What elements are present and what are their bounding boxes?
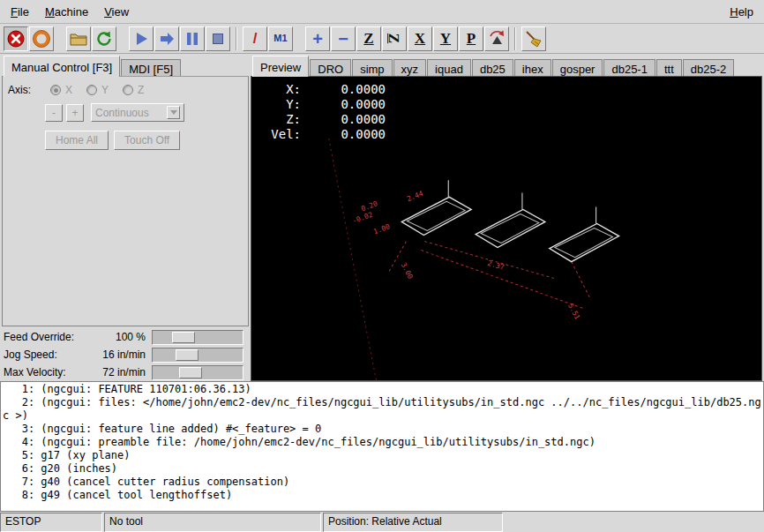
home-all-button[interactable]: Home All xyxy=(45,131,109,150)
tab-dro[interactable]: DRO xyxy=(310,59,351,77)
jog-plus-button[interactable]: + xyxy=(66,104,84,122)
view-perspective-button[interactable]: P xyxy=(459,26,483,51)
toolpath-shape-1 xyxy=(401,180,471,235)
run-icon xyxy=(131,29,151,49)
readout-z-label: Z: xyxy=(258,112,301,127)
feed-override-slider-thumb[interactable] xyxy=(172,332,195,343)
broom-icon xyxy=(524,29,543,49)
menu-help[interactable]: Help xyxy=(722,2,761,22)
view-rotated-top-button[interactable]: Z xyxy=(382,26,407,51)
block-delete-button[interactable]: / xyxy=(243,26,267,51)
dim-label: 5.51 xyxy=(566,302,581,320)
status-filler xyxy=(505,513,764,532)
pause-button[interactable] xyxy=(180,26,205,51)
step-button[interactable] xyxy=(154,26,179,51)
tab-simp[interactable]: simp xyxy=(352,59,392,77)
gcode-line[interactable]: 3: (ngcgui: feature line added) #<_featu… xyxy=(3,423,761,436)
view-top-button[interactable]: Z xyxy=(356,26,381,51)
chevron-down-icon xyxy=(167,106,180,119)
estop-button[interactable] xyxy=(4,26,28,51)
preview-canvas[interactable]: X:0.0000 Y:0.0000 Z:0.0000 Vel:0.0000 xyxy=(251,76,762,381)
gcode-line[interactable]: 5: g17 (xy plane) xyxy=(3,449,761,462)
control-panel: Manual Control [F3] MDI [F5] Axis: X Y xyxy=(0,54,251,381)
pause-icon xyxy=(183,29,202,49)
axis-radio-y[interactable]: Y xyxy=(86,84,109,96)
machine-limit-line xyxy=(329,139,377,380)
dim-label: 2.37 xyxy=(487,259,506,272)
gcode-line[interactable]: 7: g40 (cancel cutter radius compensatio… xyxy=(3,476,761,489)
axis-radio-z[interactable]: Z xyxy=(123,84,144,96)
radio-indicator xyxy=(123,85,133,95)
jog-mode-select[interactable]: Continuous xyxy=(91,103,184,122)
gcode-line[interactable]: 8: g49 (cancel tool lengthoffset) xyxy=(3,489,761,502)
rotate-view-button[interactable] xyxy=(484,26,509,51)
main-area: Manual Control [F3] MDI [F5] Axis: X Y xyxy=(0,54,764,381)
open-folder-icon xyxy=(69,29,88,49)
gcode-line[interactable]: 6: g20 (inches) xyxy=(3,462,761,476)
axis-z-label: Z xyxy=(138,84,144,96)
menu-file[interactable]: File xyxy=(3,2,37,22)
axis-radio-x[interactable]: X xyxy=(50,84,72,96)
jog-minus-button[interactable]: - xyxy=(45,104,63,122)
gcode-line[interactable]: 4: (ngcgui: preamble file: /home/john/em… xyxy=(3,436,761,449)
jog-speed-slider[interactable] xyxy=(152,348,243,363)
feed-override-slider[interactable] xyxy=(152,330,243,345)
tab-preview[interactable]: Preview xyxy=(252,56,309,77)
dim-label: 2.44 xyxy=(406,190,424,204)
gcode-line[interactable]: 2: (ngcgui: files: </home/john/emc2-dev/… xyxy=(3,396,761,423)
feed-override-value: 100 % xyxy=(90,331,152,343)
zoom-out-button[interactable]: − xyxy=(331,26,356,51)
machine-power-button[interactable] xyxy=(29,26,54,51)
tab-ihex[interactable]: ihex xyxy=(514,59,551,77)
open-file-button[interactable] xyxy=(66,26,91,51)
tab-ttt[interactable]: ttt xyxy=(656,59,682,77)
gcode-listing[interactable]: 1: (ngcgui: FEATURE 110701:06.36.13) 2: … xyxy=(0,381,764,512)
slider-panel: Feed Override: 100 % Jog Speed: 16 in/mi… xyxy=(2,326,249,381)
preview-tabs: Preview DRO simp xyz iquad db25 ihex gos… xyxy=(251,56,762,77)
readout-z-value: 0.0000 xyxy=(301,112,386,127)
tab-iquad[interactable]: iquad xyxy=(427,59,471,77)
jog-mode-value: Continuous xyxy=(95,107,149,119)
status-tool: No tool xyxy=(104,513,321,532)
tab-mdi[interactable]: MDI [F5] xyxy=(121,59,181,77)
stop-icon xyxy=(208,29,228,49)
touch-off-button[interactable]: Touch Off xyxy=(114,131,180,150)
readout-row-vel: Vel:0.0000 xyxy=(258,127,386,142)
tab-db25[interactable]: db25 xyxy=(472,59,513,77)
feed-override-row: Feed Override: 100 % xyxy=(4,328,247,346)
view-top-z-icon: Z xyxy=(363,31,373,46)
view-side-button[interactable]: X xyxy=(408,26,432,51)
gcode-line[interactable]: 1: (ngcgui: FEATURE 110701:06.36.13) xyxy=(3,383,761,396)
tab-db25-1[interactable]: db25-1 xyxy=(603,59,655,77)
clear-plot-button[interactable] xyxy=(521,26,546,51)
axis-y-label: Y xyxy=(101,84,109,96)
zoom-in-button[interactable]: + xyxy=(305,26,330,51)
machine-power-icon xyxy=(32,29,51,49)
max-velocity-slider-thumb[interactable] xyxy=(179,367,202,378)
max-velocity-slider[interactable] xyxy=(152,365,243,380)
menu-machine[interactable]: Machine xyxy=(37,2,96,22)
optional-pause-button[interactable]: M1 xyxy=(268,26,293,51)
preview-panel: Preview DRO simp xyz iquad db25 ihex gos… xyxy=(251,54,764,381)
status-position-mode: Position: Relative Actual xyxy=(323,513,503,532)
reload-file-button[interactable] xyxy=(92,26,116,51)
optional-pause-m1-icon: M1 xyxy=(273,34,287,43)
view-front-button[interactable]: Y xyxy=(433,26,458,51)
menu-view[interactable]: View xyxy=(96,2,137,22)
zoom-in-plus-icon: + xyxy=(312,30,323,48)
block-delete-slash-icon: / xyxy=(253,31,258,46)
toolbar: / M1 + − Z Z X Y P xyxy=(0,24,764,54)
jog-speed-slider-thumb[interactable] xyxy=(176,349,198,361)
view-rotated-top-z-icon: Z xyxy=(387,34,402,43)
stop-button[interactable] xyxy=(206,26,230,51)
tab-xyz[interactable]: xyz xyxy=(393,59,427,77)
axis-x-label: X xyxy=(65,84,72,96)
tab-manual-control[interactable]: Manual Control [F3] xyxy=(4,56,120,77)
step-arrow-icon xyxy=(157,29,176,49)
run-program-button[interactable] xyxy=(129,26,154,51)
readout-row-y: Y:0.0000 xyxy=(258,97,386,112)
toolpath-shape-3 xyxy=(550,206,619,261)
toolbar-separator xyxy=(236,27,237,50)
tab-db25-2[interactable]: db25-2 xyxy=(683,59,734,77)
tab-gosper[interactable]: gosper xyxy=(552,59,603,77)
